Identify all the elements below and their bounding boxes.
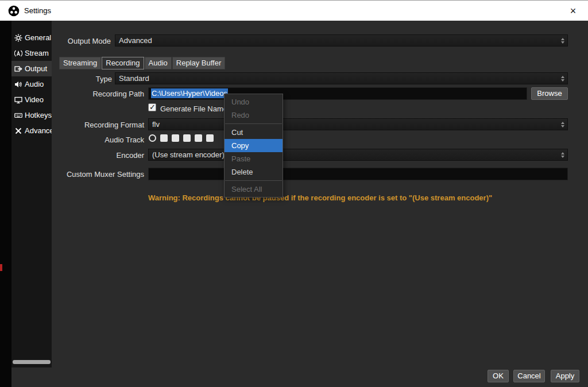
recording-path-label: Recording Path: [92, 90, 144, 98]
menu-item-copy[interactable]: Copy: [225, 139, 283, 152]
tab-streaming[interactable]: Streaming: [59, 57, 101, 69]
output-mode-label: Output Mode: [68, 37, 111, 45]
sidebar-item-general[interactable]: General: [11, 30, 52, 45]
sidebar-item-label: Output: [25, 64, 47, 73]
generate-file-name-checkbox[interactable]: [148, 103, 156, 111]
sidebar-item-advanced[interactable]: Advanced: [11, 123, 52, 138]
recording-format-label: Recording Format: [84, 121, 144, 129]
volume-meter-red-mark: [0, 264, 2, 271]
cancel-button[interactable]: Cancel: [513, 370, 545, 382]
sidebar-item-label: Stream: [25, 49, 49, 57]
type-label: Type: [96, 75, 112, 83]
sidebar-horizontal-scrollbar[interactable]: [13, 360, 51, 364]
menu-item-redo[interactable]: Redo: [225, 109, 283, 122]
track-2-checkbox[interactable]: [160, 134, 168, 142]
tab-replay-buffer[interactable]: Replay Buffer: [172, 57, 226, 69]
window-title: Settings: [24, 6, 51, 15]
keyboard-icon: [14, 111, 22, 119]
sidebar-item-audio[interactable]: Audio: [11, 76, 52, 92]
encoder-label: Encoder: [117, 151, 144, 160]
tools-icon: [14, 127, 22, 135]
output-mode-select[interactable]: Advanced: [115, 34, 568, 47]
type-select[interactable]: Standard: [115, 72, 568, 84]
close-icon[interactable]: ×: [566, 4, 580, 18]
apply-button[interactable]: Apply: [551, 370, 579, 382]
dropdown-arrows-icon: [561, 76, 564, 82]
monitor-icon: [14, 96, 22, 104]
output-icon: [14, 65, 22, 73]
output-mode-value: Advanced: [119, 36, 152, 45]
recording-path-input[interactable]: C:\Users\Hyper\Videos: [148, 87, 527, 100]
type-value: Standard: [119, 74, 149, 83]
stream-icon: [14, 49, 22, 57]
gear-icon: [14, 34, 22, 42]
sidebar-item-stream[interactable]: Stream: [11, 45, 52, 61]
menu-separator: [225, 180, 282, 181]
track-6-checkbox[interactable]: [206, 134, 214, 142]
menu-item-undo[interactable]: Undo: [225, 95, 283, 109]
recording-path-selected-text: C:\Users\Hyper\Videos: [151, 88, 228, 98]
browse-button[interactable]: Browse: [531, 87, 568, 100]
tab-recording[interactable]: Recording: [102, 57, 144, 69]
output-tabs: Streaming Recording Audio Replay Buffer: [59, 57, 225, 69]
ok-button[interactable]: OK: [488, 370, 509, 382]
sidebar-item-output[interactable]: Output: [11, 61, 52, 76]
sidebar-item-label: Advanced: [25, 126, 52, 135]
recording-warning-text: Warning: Recordings cannot be paused if …: [148, 194, 492, 202]
context-menu: Undo Redo Cut Copy Paste Delete Select A…: [224, 94, 283, 198]
sidebar-item-video[interactable]: Video: [11, 92, 52, 107]
sidebar-item-label: Video: [25, 95, 44, 104]
sidebar-item-hotkeys[interactable]: Hotkeys: [11, 107, 52, 123]
track-4-checkbox[interactable]: [183, 134, 191, 142]
track-1-checkbox[interactable]: [149, 134, 156, 142]
menu-separator: [225, 123, 282, 124]
audio-track-checkboxes: [149, 134, 214, 142]
dropdown-arrows-icon: [561, 122, 564, 127]
sidebar-item-label: General: [25, 33, 51, 42]
title-bar: Settings ×: [0, 0, 588, 21]
dropdown-arrows-icon: [561, 38, 564, 44]
custom-muxer-label: Custom Muxer Settings: [67, 170, 144, 179]
menu-item-cut[interactable]: Cut: [225, 126, 283, 139]
encoder-value: (Use stream encoder): [152, 150, 225, 159]
speaker-icon: [14, 80, 22, 88]
recording-format-select[interactable]: flv: [148, 118, 568, 130]
dropdown-arrows-icon: [561, 152, 564, 158]
obs-logo-icon: [8, 5, 20, 17]
settings-sidebar: General Stream Output Audio: [11, 21, 52, 367]
background-window-strip: [0, 21, 11, 387]
track-3-checkbox[interactable]: [172, 134, 179, 142]
menu-item-delete[interactable]: Delete: [225, 165, 283, 179]
menu-item-paste[interactable]: Paste: [225, 152, 283, 165]
track-5-checkbox[interactable]: [195, 134, 202, 142]
encoder-select[interactable]: (Use stream encoder): [148, 149, 568, 161]
custom-muxer-input[interactable]: [148, 168, 568, 180]
recording-format-value: flv: [152, 120, 160, 129]
menu-item-select-all[interactable]: Select All: [225, 183, 283, 196]
sidebar-item-label: Audio: [25, 80, 44, 88]
sidebar-item-label: Hotkeys: [25, 111, 52, 119]
audio-track-label: Audio Track: [105, 136, 144, 144]
tab-audio[interactable]: Audio: [145, 57, 172, 69]
